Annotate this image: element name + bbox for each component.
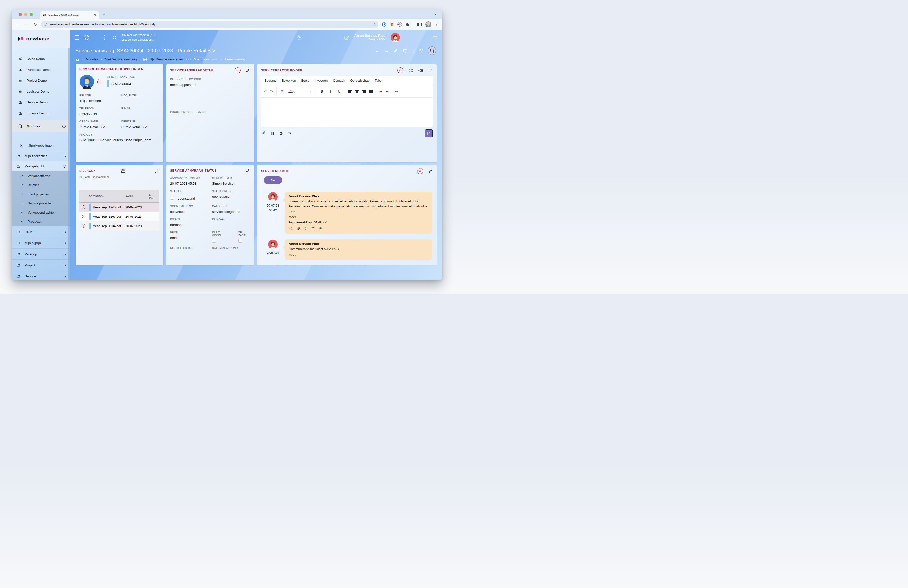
reaction-bubble[interactable]: Annet Service Plus Communicatie met klan…: [285, 240, 432, 260]
underline-button[interactable]: U: [336, 89, 342, 93]
edit-pencil-icon[interactable]: [246, 68, 250, 73]
browser-tab[interactable]: Newbase MKB software ✕: [40, 11, 99, 19]
reload-button[interactable]: ↻: [32, 22, 37, 27]
monitor-icon[interactable]: [402, 48, 408, 53]
table-row[interactable]: ⓘ Meas_rep_1245.pdf 20-07-2023: [79, 203, 159, 212]
align-right-icon[interactable]: [362, 90, 366, 93]
email-value[interactable]: [121, 112, 159, 116]
edit-pencil-icon[interactable]: [246, 168, 250, 173]
soort-melding-value[interactable]: conversie: [170, 210, 210, 214]
table-row[interactable]: ⓘ Meas_rep_1234.pdf 20-07-2023: [79, 221, 159, 231]
align-center-icon[interactable]: [355, 90, 359, 93]
column-ontvangen[interactable]: O...(V...: [148, 193, 159, 200]
menu-bewerken[interactable]: Bewerken: [282, 79, 296, 82]
share-icon[interactable]: [289, 226, 293, 230]
sidebar-item-project[interactable]: Project ›: [12, 259, 70, 271]
more-link[interactable]: Meer: [289, 253, 428, 257]
column-bestandsnaam[interactable]: BESTANDSN...: [88, 194, 124, 198]
italic-button[interactable]: I: [328, 89, 333, 93]
sidebar-item-relaties[interactable]: Relaties: [12, 180, 70, 190]
settings-gear-icon[interactable]: ⚙: [279, 131, 283, 136]
menu-gereedschap[interactable]: Gereedschap: [350, 79, 369, 82]
in1x-opgelost-checkbox[interactable]: [212, 239, 216, 243]
info-icon[interactable]: ⓘ: [79, 205, 88, 210]
edit-pencil-icon[interactable]: [393, 48, 398, 53]
sidebar-item-purchase-demo[interactable]: Purchase Demo: [12, 64, 70, 75]
reaction-bubble[interactable]: Annet Service Plus Lorem ipsum dolor sit…: [285, 192, 432, 234]
te-factureren-checkbox[interactable]: [238, 239, 242, 243]
sidebar-section-shortcuts[interactable]: Snelkoppelingen: [12, 140, 70, 151]
debiteur-value[interactable]: Purple Retail B.V.: [121, 125, 159, 129]
editor-textarea[interactable]: [261, 98, 433, 127]
document-status-icon[interactable]: [428, 47, 436, 55]
browser-menu-icon[interactable]: ⋮: [435, 22, 439, 27]
new-tab-button[interactable]: +: [103, 12, 105, 17]
medewerker-value[interactable]: Simon Service: [212, 182, 250, 186]
status-checkbox[interactable]: [170, 196, 174, 200]
forward-button[interactable]: →: [24, 22, 29, 27]
edit-pencil-icon[interactable]: [428, 68, 433, 73]
sidebar-item-logistics-demo[interactable]: Logistics Demo: [12, 86, 70, 97]
address-bar[interactable]: newbase-prod.newbase.servoy-cloud.eu/sol…: [41, 21, 378, 28]
more-link[interactable]: Meer: [289, 215, 428, 219]
history-clock-icon[interactable]: [62, 124, 66, 128]
unlink-icon[interactable]: ⇄: [235, 68, 241, 73]
organisatie-value[interactable]: Purple Retail B.V.: [79, 125, 119, 129]
sidebar-item-verkoopoffertes[interactable]: Verkoopoffertes: [12, 171, 70, 180]
compass-icon[interactable]: [83, 34, 90, 41]
sidebar-item-producten[interactable]: Producten: [12, 217, 70, 226]
breadcrumb-lijst-service-aanvragen[interactable]: Lijst Service aanvragen: [150, 58, 183, 61]
sidebar-item-verkoop[interactable]: Verkoop ›: [12, 248, 70, 259]
info-icon[interactable]: ⓘ: [79, 223, 88, 229]
sidebar-item-service[interactable]: Service ›: [12, 271, 70, 280]
column-aanmaakdatum[interactable]: AANM...: [124, 194, 148, 198]
sidebar-item-crm[interactable]: CRM ›: [12, 226, 70, 237]
edit-pencil-icon[interactable]: [155, 169, 159, 173]
back-button[interactable]: ←: [15, 22, 20, 27]
search-icon[interactable]: [112, 35, 118, 40]
align-left-icon[interactable]: [348, 90, 352, 93]
menu-hamburger-icon[interactable]: [74, 35, 79, 40]
db-extension-icon[interactable]: db: [398, 22, 402, 27]
relatie-value[interactable]: Thijs Hemmen: [79, 99, 119, 103]
layout-panel-icon[interactable]: [432, 35, 438, 40]
service-aanvraag-value[interactable]: SBA230004: [109, 82, 131, 86]
sidebar-item-sales-demo[interactable]: Sales Demo: [12, 53, 70, 64]
mail-send-icon[interactable]: [418, 68, 423, 73]
attachment-paperclip-icon[interactable]: [296, 227, 300, 230]
user-menu[interactable]: Annet Service Plus Demo - ADM: [354, 33, 385, 42]
breadcrumb-board-view[interactable]: Board view: [194, 58, 209, 61]
project-value[interactable]: SCA230053 - Service routers Cisco Purple…: [79, 138, 159, 142]
sidebar-item-verkoopopdrachten[interactable]: Verkoopopdrachten: [12, 208, 70, 217]
menu-bestand[interactable]: Bestand: [265, 79, 277, 82]
sidebar-item-mijn-zoekacties[interactable]: Mijn zoekacties ›: [12, 151, 70, 161]
categorie-value[interactable]: service categorie 2: [212, 210, 250, 214]
telefoon-value[interactable]: 6 26965319: [79, 112, 119, 116]
menu-opmaak[interactable]: Opmaak: [333, 79, 345, 82]
sidebar-item-veel-gebruikt[interactable]: Veel gebruikt ∨: [12, 161, 70, 171]
page-more-icon[interactable]: [412, 48, 414, 53]
home-icon[interactable]: [76, 57, 80, 61]
sidebar-item-service-projecten[interactable]: Service projecten: [12, 199, 70, 208]
user-avatar[interactable]: [390, 32, 400, 42]
tab-close-icon[interactable]: ✕: [94, 13, 97, 17]
more-options-icon[interactable]: [104, 35, 105, 40]
paperclip-icon[interactable]: [418, 48, 423, 53]
maximize-window-button[interactable]: [30, 13, 33, 16]
menu-invoegen[interactable]: Invoegen: [315, 79, 328, 82]
close-window-button[interactable]: [19, 13, 22, 16]
attach-paperclip-icon[interactable]: [261, 131, 266, 136]
minimize-window-button[interactable]: [24, 13, 27, 16]
chrome-extension-icon[interactable]: [390, 23, 394, 26]
font-size-select[interactable]: 12pt ∨: [287, 90, 312, 93]
sidebar-item-modules[interactable]: Modules: [12, 121, 70, 132]
side-panel-icon[interactable]: [417, 23, 422, 26]
sidebar-item-mijn-pijplijn[interactable]: Mijn pijplijn ›: [12, 237, 70, 248]
nav-back-icon[interactable]: ←: [375, 48, 380, 53]
intern-steekwoord-value[interactable]: meten apparatuur: [170, 83, 250, 87]
mobiel-value[interactable]: [121, 99, 159, 103]
sidebar-item-project-demo[interactable]: Project Demo: [12, 75, 70, 86]
unlock-icon[interactable]: [96, 79, 101, 84]
unlink-icon[interactable]: ⇄: [398, 68, 403, 73]
broadcast-antenna-icon[interactable]: [318, 226, 322, 230]
